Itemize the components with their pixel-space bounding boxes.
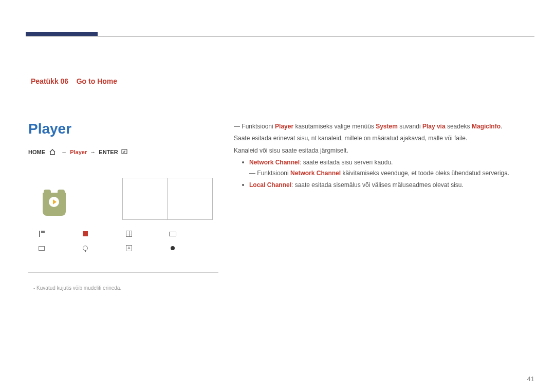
bullet-1-label: Network Channel [249, 159, 300, 166]
grid-icon [125, 230, 133, 237]
feature-icon-grid: A [38, 230, 213, 252]
separator [28, 272, 218, 273]
bullet-1: Network Channel: saate esitada sisu serv… [234, 157, 529, 167]
chapter-number: Peatükk 06 [31, 77, 68, 85]
body-line-3: Kanaleid või sisu saate esitada järgmise… [234, 145, 529, 156]
nav-enter: ENTER [99, 149, 118, 155]
header-accent-bar [26, 32, 98, 36]
breadcrumb: HOME → Player → ENTER [28, 149, 127, 156]
arrow-icon: → [61, 149, 67, 155]
header-rule [26, 36, 534, 36]
dot-icon [169, 245, 176, 252]
bullet-2-label: Local Channel [249, 181, 291, 189]
page-number: 41 [527, 375, 534, 383]
player-app-icon [43, 193, 66, 216]
body-line-2: Saate esitada erinevat sisu, nt kanaleid… [234, 133, 529, 143]
bullet-2: Local Channel: saate esitada sisemälus v… [234, 180, 529, 190]
pin-icon [82, 245, 89, 252]
thumbnail-row [122, 178, 213, 220]
square-icon [38, 245, 45, 252]
page-title: Player [28, 121, 71, 137]
nav-home-label: HOME [28, 149, 45, 155]
arrow-icon-2: → [90, 149, 96, 155]
bullet-dot-icon [242, 161, 244, 163]
sub-note-1: ― Funktsiooni Network Channel käivitamis… [234, 168, 529, 178]
thumbnail-1 [122, 178, 168, 220]
thumbnail-2 [168, 178, 213, 220]
home-icon [49, 149, 56, 156]
note-line-1: ― Funktsiooni Player kasutamiseks valige… [234, 121, 529, 132]
chapter-title: Go to Home [77, 77, 117, 85]
rect-icon [169, 230, 176, 237]
enter-icon [121, 149, 127, 155]
footnote: - Kuvatud kujutis võib mudeliti erineda. [33, 285, 121, 291]
body-text: ― Funktsiooni Player kasutamiseks valige… [234, 121, 529, 190]
chapter-heading: Peatükk 06 Go to Home [31, 77, 117, 85]
bullet-1-text: : saate esitada sisu serveri kaudu. [300, 159, 393, 166]
bullet-2-text: : saate esitada sisemälus või välises mä… [291, 181, 464, 189]
flag-icon [38, 230, 45, 237]
nav-player: Player [70, 149, 87, 155]
bullet-dot-icon-2 [242, 184, 244, 186]
a-box-icon: A [125, 245, 133, 252]
stop-icon [82, 230, 89, 237]
